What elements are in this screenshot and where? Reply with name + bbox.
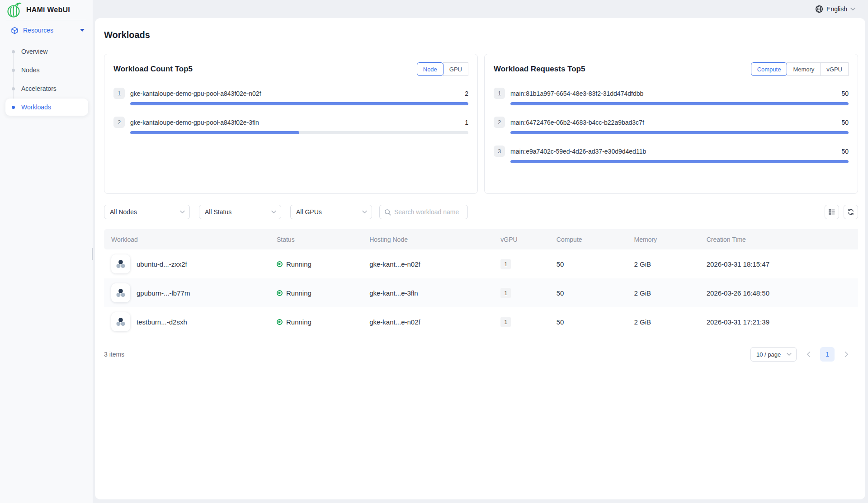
table-row[interactable]: testburn...-d2sxh Running gke-kant...e-n… [104,307,858,336]
top5-row: 2 gke-kantaloupe-demo-gpu-pool-a843f02e-… [113,117,468,134]
top5-item-value: 50 [841,119,849,126]
toggle-option-button[interactable]: GPU [443,62,468,76]
cell-status: Running [277,249,369,278]
column-header: Status [277,229,369,249]
sidebar-item[interactable]: Workloads [5,99,88,116]
app-title: HAMi WebUI [26,6,70,14]
toggle-option-button[interactable]: vGPU [820,62,849,76]
progress-track [130,131,468,134]
filters-row: All Nodes All Status All GPUs [104,205,858,219]
language-label: English [826,5,847,13]
progress-fill [130,131,299,134]
sidebar-item-label: Nodes [21,66,39,74]
table-body: ubuntu-d...-zxx2f Running gke-kant...e-n… [104,249,858,336]
workload-name: gpuburn-...-lb77m [137,289,190,297]
card-title: Workload Requests Top5 [494,65,585,74]
workload-requests-card: Workload Requests Top5 Compute Memory vG… [484,54,858,194]
cell-creation-time: 2026-03-31 18:15:47 [707,249,858,278]
gpus-filter-value: All GPUs [296,208,362,216]
progress-track [510,131,849,134]
melon-logo-icon [6,2,22,18]
toggle-option-button[interactable]: Compute [751,62,788,76]
cell-memory: 2 GiB [634,307,707,336]
main-panel: Workloads Workload Count Top5 Node GPU [95,18,865,499]
requests-top5-list: 1 main:81b1a997-6654-48e3-83f2-31dd474df… [494,88,849,163]
language-selector[interactable]: English [815,5,855,13]
top5-item-value: 1 [465,119,468,126]
top5-row: 1 main:81b1a997-6654-48e3-83f2-31dd474df… [494,88,849,105]
refresh-icon [847,208,854,216]
rank-badge: 2 [494,117,505,128]
table-row[interactable]: gpuburn-...-lb77m Running gke-kant...e-3… [104,278,858,307]
requests-toggle-group: Compute Memory vGPU [751,62,849,76]
column-header: vGPU [500,229,556,249]
chevron-down-icon [850,7,855,11]
column-settings-button[interactable] [825,205,839,219]
next-page-button[interactable] [840,347,853,362]
rank-badge: 1 [494,88,505,99]
progress-fill [130,102,468,105]
page-size-select[interactable]: 10 / page [750,347,797,362]
sidebar-resize-handle[interactable] [92,248,93,260]
status-label: Running [286,318,311,326]
chevron-down-icon [271,210,276,214]
cell-compute: 50 [557,307,634,336]
rank-badge: 3 [494,146,505,157]
status-label: Running [286,260,311,268]
top5-item-name: main:e9a7402c-59ed-4d26-ad37-e30d9d4ed11… [510,148,646,155]
top5-row: 3 main:e9a7402c-59ed-4d26-ad37-e30d9d4ed… [494,146,849,163]
cell-hosting-node: gke-kant...e-n02f [369,307,500,336]
nodes-filter-select[interactable]: All Nodes [104,205,190,219]
cell-vgpu: 1 [500,249,556,278]
column-header: Hosting Node [369,229,500,249]
cell-vgpu: 1 [500,307,556,336]
app-logo-row: HAMi WebUI [0,0,93,20]
status-filter-select[interactable]: All Status [199,205,281,219]
sidebar-item[interactable]: Accelerators [5,80,88,97]
pagination-bar: 3 items 10 / page 1 [104,347,858,362]
top5-item-value: 50 [841,148,849,155]
cell-workload: ubuntu-d...-zxx2f [104,249,277,278]
sidebar: HAMi WebUI Resources Overview Nodes [0,0,93,503]
refresh-button[interactable] [844,205,858,219]
count-toggle-group: Node GPU [417,62,468,76]
current-page-button[interactable]: 1 [820,347,835,362]
gpus-filter-select[interactable]: All GPUs [290,205,372,219]
top5-item-value: 2 [465,90,468,97]
topbar: English [93,0,868,18]
chevron-down-icon [80,29,85,32]
status-running-icon [277,319,283,325]
progress-fill [510,131,849,134]
column-header: Compute [557,229,634,249]
prev-page-button[interactable] [802,347,815,362]
cell-status: Running [277,307,369,336]
column-header: Workload [104,229,277,249]
item-dot-icon [12,69,15,72]
progress-track [510,160,849,163]
cell-vgpu: 1 [500,278,556,307]
workload-name: testburn...-d2sxh [137,318,187,326]
nodes-filter-value: All Nodes [110,208,180,216]
workload-pod-icon [111,283,130,302]
cell-workload: gpuburn-...-lb77m [104,278,277,307]
workload-name: ubuntu-d...-zxx2f [137,260,187,268]
toggle-option-button[interactable]: Memory [787,62,821,76]
sidebar-section-label: Resources [23,27,53,34]
count-top5-list: 1 gke-kantaloupe-demo-gpu-pool-a843f02e-… [113,88,468,134]
cell-compute: 50 [557,278,634,307]
progress-track [510,102,849,105]
total-items-label: 3 items [104,351,124,358]
top5-cards-row: Workload Count Top5 Node GPU 1 gke-kanta… [104,54,858,194]
sidebar-section-resources[interactable]: Resources [0,20,93,40]
table-row[interactable]: ubuntu-d...-zxx2f Running gke-kant...e-n… [104,249,858,278]
search-input[interactable] [394,208,463,216]
workload-count-card: Workload Count Top5 Node GPU 1 gke-kanta… [104,54,478,194]
item-dot-icon [12,50,15,53]
progress-fill [510,160,849,163]
top5-item-value: 50 [841,90,849,97]
page-title: Workloads [104,30,858,40]
sidebar-item[interactable]: Nodes [5,61,88,79]
sidebar-item[interactable]: Overview [5,43,88,60]
top5-item-name: main:81b1a997-6654-48e3-83f2-31dd474dfdb… [510,90,643,97]
toggle-option-button[interactable]: Node [417,62,443,76]
